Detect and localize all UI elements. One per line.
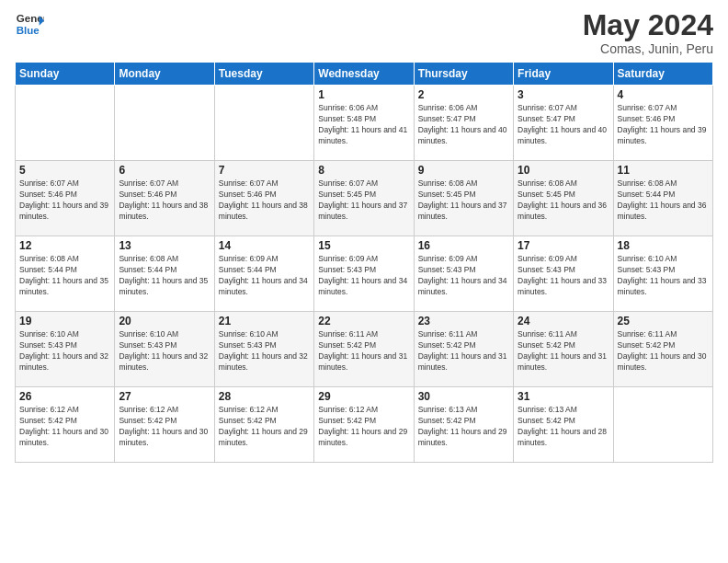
calendar-cell: 27Sunrise: 6:12 AMSunset: 5:42 PMDayligh… xyxy=(115,387,214,463)
day-info: Sunrise: 6:07 AMSunset: 5:46 PMDaylight:… xyxy=(19,178,110,223)
day-number: 12 xyxy=(19,239,110,252)
day-number: 1 xyxy=(318,88,409,101)
day-info: Sunrise: 6:13 AMSunset: 5:42 PMDaylight:… xyxy=(418,405,509,449)
calendar-cell: 8Sunrise: 6:07 AMSunset: 5:45 PMDaylight… xyxy=(314,161,414,236)
calendar-cell: 28Sunrise: 6:12 AMSunset: 5:42 PMDayligh… xyxy=(214,387,313,463)
day-info: Sunrise: 6:13 AMSunset: 5:42 PMDaylight:… xyxy=(518,405,609,449)
day-info: Sunrise: 6:10 AMSunset: 5:43 PMDaylight:… xyxy=(618,254,709,298)
calendar-cell: 25Sunrise: 6:11 AMSunset: 5:42 PMDayligh… xyxy=(613,312,712,387)
day-info: Sunrise: 6:08 AMSunset: 5:45 PMDaylight:… xyxy=(418,178,509,223)
calendar-cell: 7Sunrise: 6:07 AMSunset: 5:46 PMDaylight… xyxy=(214,161,313,236)
day-number: 22 xyxy=(318,315,409,327)
day-number: 9 xyxy=(418,164,509,177)
logo: General Blue xyxy=(15,9,44,39)
day-number: 31 xyxy=(518,390,609,403)
calendar-cell: 18Sunrise: 6:10 AMSunset: 5:43 PMDayligh… xyxy=(613,236,712,312)
day-number: 25 xyxy=(618,315,709,327)
day-info: Sunrise: 6:12 AMSunset: 5:42 PMDaylight:… xyxy=(219,405,310,449)
day-number: 4 xyxy=(618,88,709,101)
calendar-cell: 17Sunrise: 6:09 AMSunset: 5:43 PMDayligh… xyxy=(514,236,613,312)
calendar-cell xyxy=(214,86,313,161)
day-of-week-header: Wednesday xyxy=(314,63,414,86)
calendar-cell: 10Sunrise: 6:08 AMSunset: 5:45 PMDayligh… xyxy=(514,161,613,236)
day-info: Sunrise: 6:12 AMSunset: 5:42 PMDaylight:… xyxy=(318,405,409,449)
calendar-week-row: 26Sunrise: 6:12 AMSunset: 5:42 PMDayligh… xyxy=(16,387,713,463)
day-info: Sunrise: 6:11 AMSunset: 5:42 PMDaylight:… xyxy=(518,329,609,373)
calendar-body: 1Sunrise: 6:06 AMSunset: 5:48 PMDaylight… xyxy=(16,86,713,463)
day-number: 18 xyxy=(618,239,709,252)
day-number: 19 xyxy=(19,315,110,327)
day-info: Sunrise: 6:07 AMSunset: 5:46 PMDaylight:… xyxy=(119,178,210,223)
day-number: 29 xyxy=(318,390,409,403)
calendar-cell: 22Sunrise: 6:11 AMSunset: 5:42 PMDayligh… xyxy=(314,312,414,387)
day-info: Sunrise: 6:11 AMSunset: 5:42 PMDaylight:… xyxy=(418,329,509,373)
day-info: Sunrise: 6:11 AMSunset: 5:42 PMDaylight:… xyxy=(318,329,409,373)
day-of-week-header: Saturday xyxy=(613,63,712,86)
day-number: 5 xyxy=(19,164,110,177)
day-of-week-header: Tuesday xyxy=(214,63,313,86)
day-info: Sunrise: 6:12 AMSunset: 5:42 PMDaylight:… xyxy=(119,405,210,449)
calendar-cell: 2Sunrise: 6:06 AMSunset: 5:47 PMDaylight… xyxy=(414,86,513,161)
day-number: 13 xyxy=(119,239,210,252)
day-number: 7 xyxy=(219,164,310,177)
calendar-week-row: 5Sunrise: 6:07 AMSunset: 5:46 PMDaylight… xyxy=(16,161,713,236)
calendar-cell: 15Sunrise: 6:09 AMSunset: 5:43 PMDayligh… xyxy=(314,236,414,312)
day-info: Sunrise: 6:06 AMSunset: 5:47 PMDaylight:… xyxy=(418,103,509,147)
day-info: Sunrise: 6:10 AMSunset: 5:43 PMDaylight:… xyxy=(219,329,310,373)
calendar-cell: 16Sunrise: 6:09 AMSunset: 5:43 PMDayligh… xyxy=(414,236,513,312)
day-number: 6 xyxy=(119,164,210,177)
day-number: 17 xyxy=(518,239,609,252)
day-info: Sunrise: 6:08 AMSunset: 5:45 PMDaylight:… xyxy=(518,178,609,223)
calendar-cell: 26Sunrise: 6:12 AMSunset: 5:42 PMDayligh… xyxy=(16,387,115,463)
day-info: Sunrise: 6:07 AMSunset: 5:46 PMDaylight:… xyxy=(618,103,709,147)
day-info: Sunrise: 6:08 AMSunset: 5:44 PMDaylight:… xyxy=(119,254,210,298)
day-info: Sunrise: 6:12 AMSunset: 5:42 PMDaylight:… xyxy=(19,405,110,449)
header: General Blue May 2024 Comas, Junin, Peru xyxy=(15,9,713,56)
svg-text:Blue: Blue xyxy=(17,25,40,36)
day-number: 14 xyxy=(219,239,310,252)
day-info: Sunrise: 6:10 AMSunset: 5:43 PMDaylight:… xyxy=(19,329,110,373)
day-info: Sunrise: 6:06 AMSunset: 5:48 PMDaylight:… xyxy=(318,103,409,147)
day-info: Sunrise: 6:07 AMSunset: 5:45 PMDaylight:… xyxy=(318,178,409,223)
day-info: Sunrise: 6:07 AMSunset: 5:47 PMDaylight:… xyxy=(518,103,609,147)
logo-icon: General Blue xyxy=(15,9,44,39)
day-number: 20 xyxy=(119,315,210,327)
day-info: Sunrise: 6:10 AMSunset: 5:43 PMDaylight:… xyxy=(119,329,210,373)
calendar-cell: 1Sunrise: 6:06 AMSunset: 5:48 PMDaylight… xyxy=(314,86,414,161)
calendar-cell: 14Sunrise: 6:09 AMSunset: 5:44 PMDayligh… xyxy=(214,236,313,312)
day-info: Sunrise: 6:09 AMSunset: 5:43 PMDaylight:… xyxy=(418,254,509,298)
day-number: 10 xyxy=(518,164,609,177)
title-block: May 2024 Comas, Junin, Peru xyxy=(583,9,713,56)
calendar-cell xyxy=(613,387,712,463)
calendar-week-row: 1Sunrise: 6:06 AMSunset: 5:48 PMDaylight… xyxy=(16,86,713,161)
day-of-week-header: Thursday xyxy=(414,63,513,86)
calendar-table: SundayMondayTuesdayWednesdayThursdayFrid… xyxy=(15,62,713,463)
calendar-cell: 9Sunrise: 6:08 AMSunset: 5:45 PMDaylight… xyxy=(414,161,513,236)
day-of-week-header: Friday xyxy=(514,63,613,86)
day-info: Sunrise: 6:08 AMSunset: 5:44 PMDaylight:… xyxy=(19,254,110,298)
day-number: 16 xyxy=(418,239,509,252)
calendar-cell: 19Sunrise: 6:10 AMSunset: 5:43 PMDayligh… xyxy=(16,312,115,387)
day-number: 3 xyxy=(518,88,609,101)
calendar-week-row: 12Sunrise: 6:08 AMSunset: 5:44 PMDayligh… xyxy=(16,236,713,312)
calendar-cell xyxy=(115,86,214,161)
day-number: 8 xyxy=(318,164,409,177)
day-number: 24 xyxy=(518,315,609,327)
calendar-cell: 13Sunrise: 6:08 AMSunset: 5:44 PMDayligh… xyxy=(115,236,214,312)
page: General Blue May 2024 Comas, Junin, Peru… xyxy=(0,0,728,563)
calendar-cell: 3Sunrise: 6:07 AMSunset: 5:47 PMDaylight… xyxy=(514,86,613,161)
day-info: Sunrise: 6:07 AMSunset: 5:46 PMDaylight:… xyxy=(219,178,310,223)
day-number: 2 xyxy=(418,88,509,101)
calendar-header-row: SundayMondayTuesdayWednesdayThursdayFrid… xyxy=(16,63,713,86)
day-number: 23 xyxy=(418,315,509,327)
day-number: 28 xyxy=(219,390,310,403)
subtitle: Comas, Junin, Peru xyxy=(583,41,713,56)
calendar-cell: 12Sunrise: 6:08 AMSunset: 5:44 PMDayligh… xyxy=(16,236,115,312)
day-info: Sunrise: 6:08 AMSunset: 5:44 PMDaylight:… xyxy=(618,178,709,223)
day-number: 15 xyxy=(318,239,409,252)
day-info: Sunrise: 6:09 AMSunset: 5:44 PMDaylight:… xyxy=(219,254,310,298)
calendar-cell: 5Sunrise: 6:07 AMSunset: 5:46 PMDaylight… xyxy=(16,161,115,236)
day-number: 26 xyxy=(19,390,110,403)
day-info: Sunrise: 6:09 AMSunset: 5:43 PMDaylight:… xyxy=(518,254,609,298)
calendar-cell xyxy=(16,86,115,161)
